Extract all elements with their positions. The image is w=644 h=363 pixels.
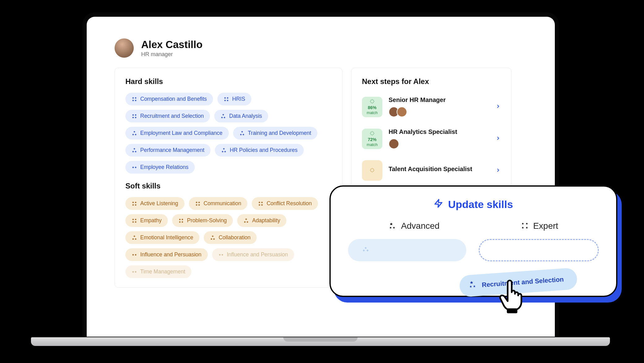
svg-marker-20	[242, 133, 244, 135]
svg-marker-6	[224, 99, 226, 101]
skill-chip[interactable]: Emotional Intelligence	[125, 231, 199, 244]
svg-marker-7	[227, 99, 228, 101]
skill-chip[interactable]: Employee Relations	[125, 161, 195, 174]
match-badge: 86%match	[362, 97, 382, 117]
svg-marker-45	[179, 218, 181, 220]
svg-marker-3	[135, 99, 137, 101]
svg-marker-37	[259, 201, 260, 203]
skill-chip[interactable]: Performance Management	[125, 144, 211, 157]
svg-marker-0	[132, 97, 134, 99]
chip-label: Employment Law and Compliance	[140, 130, 223, 136]
step-avatars	[389, 107, 490, 117]
soft-skills-list: Active ListeningCommunicationConflict Re…	[125, 197, 332, 278]
svg-marker-46	[181, 218, 183, 220]
svg-marker-64	[390, 223, 393, 225]
skill-chip[interactable]: Recruitment and Selection	[125, 110, 210, 122]
svg-marker-40	[261, 204, 263, 206]
chip-label: Employee Relations	[140, 164, 189, 170]
next-step-item[interactable]: 72%match HR Analytics Specialist	[362, 125, 501, 157]
level-advanced[interactable]: Advanced	[389, 221, 440, 231]
svg-marker-68	[526, 223, 528, 225]
chip-label: Compensation and Benefits	[140, 96, 207, 102]
skill-chip[interactable]: HRIS	[217, 93, 251, 105]
svg-marker-29	[132, 201, 134, 203]
svg-marker-8	[132, 114, 134, 116]
level-expert[interactable]: Expert	[521, 221, 558, 231]
chevron-right-icon	[496, 167, 501, 174]
stars-icon	[468, 280, 478, 291]
stars-expert-icon	[521, 222, 529, 230]
skill-chip[interactable]: Empathy	[125, 214, 168, 227]
svg-marker-19	[240, 133, 242, 135]
svg-marker-36	[198, 204, 200, 206]
hard-skills-title: Hard skills	[125, 77, 332, 86]
stars-icon	[221, 148, 227, 153]
skill-chip[interactable]: Conflict Resolution	[252, 197, 318, 210]
svg-marker-25	[222, 150, 224, 152]
skill-chip[interactable]: Training and Development	[233, 127, 318, 139]
svg-marker-13	[221, 116, 223, 118]
chip-label: HR Policies and Procedures	[230, 147, 298, 153]
stars-icon	[132, 218, 137, 224]
skills-card: Hard skills Compensation and BenefitsHRI…	[115, 68, 342, 288]
chip-label: Training and Development	[248, 130, 311, 136]
svg-marker-9	[135, 114, 137, 116]
skill-chip[interactable]: Time Management	[125, 265, 191, 278]
match-label: match	[367, 142, 377, 147]
skill-chip[interactable]: Collaboration	[204, 231, 257, 244]
chip-label: HRIS	[232, 96, 245, 102]
svg-marker-21	[133, 148, 135, 149]
next-step-item[interactable]: 86%match Senior HR Manager	[362, 93, 501, 125]
chip-label: Active Listening	[140, 200, 178, 207]
stars-icon	[132, 269, 137, 275]
svg-marker-48	[181, 221, 183, 223]
stars-icon	[132, 113, 137, 119]
chip-label: Performance Management	[140, 147, 204, 153]
svg-marker-39	[259, 204, 260, 206]
skill-chip[interactable]: Influence and Persuasion	[212, 248, 294, 261]
skill-chip[interactable]: Adaptability	[237, 214, 286, 227]
chip-label: Emotional Intelligence	[140, 234, 193, 241]
svg-marker-52	[133, 235, 135, 237]
chevron-right-icon	[496, 135, 501, 142]
next-step-item[interactable]: Talent Acquisition Specialist	[362, 157, 501, 189]
skill-chip[interactable]: Problem-Solving	[172, 214, 233, 227]
skill-chip[interactable]: Communication	[189, 197, 248, 210]
stars-advanced-icon	[389, 222, 397, 230]
chevron-right-icon	[496, 103, 501, 110]
match-badge	[362, 160, 382, 181]
svg-marker-2	[132, 99, 134, 101]
profile-role: HR manager	[141, 51, 202, 58]
svg-marker-1	[135, 97, 137, 99]
step-title: Senior HR Manager	[389, 96, 490, 104]
svg-marker-26	[224, 150, 226, 152]
match-percent: 72%	[368, 137, 376, 142]
svg-marker-24	[223, 148, 225, 149]
dropzone-advanced[interactable]	[348, 239, 466, 261]
svg-marker-62	[132, 271, 134, 272]
match-badge: 72%match	[362, 129, 382, 149]
svg-marker-65	[389, 227, 392, 229]
svg-marker-15	[133, 131, 135, 132]
skill-chip[interactable]: Data Analysis	[214, 110, 268, 122]
svg-marker-30	[135, 201, 137, 203]
sparkle-icon	[369, 99, 375, 105]
stars-icon	[218, 252, 224, 258]
svg-marker-51	[246, 221, 248, 223]
svg-marker-66	[393, 227, 395, 229]
skill-chip[interactable]: Influence and Persuasion	[125, 248, 208, 261]
stars-icon	[178, 218, 184, 224]
svg-marker-17	[135, 133, 137, 135]
sparkle-icon	[369, 131, 375, 137]
svg-marker-41	[132, 218, 134, 220]
svg-marker-35	[195, 204, 197, 206]
laptop-base	[31, 337, 610, 346]
skill-chip[interactable]: Compensation and Benefits	[125, 93, 213, 105]
svg-marker-63	[135, 271, 137, 272]
skill-chip[interactable]: Active Listening	[125, 197, 185, 210]
chip-label: Conflict Resolution	[267, 200, 312, 207]
skill-chip[interactable]: HR Policies and Procedures	[215, 144, 304, 157]
svg-marker-32	[135, 204, 137, 206]
dropzone-expert[interactable]	[479, 239, 599, 261]
skill-chip[interactable]: Employment Law and Compliance	[125, 127, 229, 139]
